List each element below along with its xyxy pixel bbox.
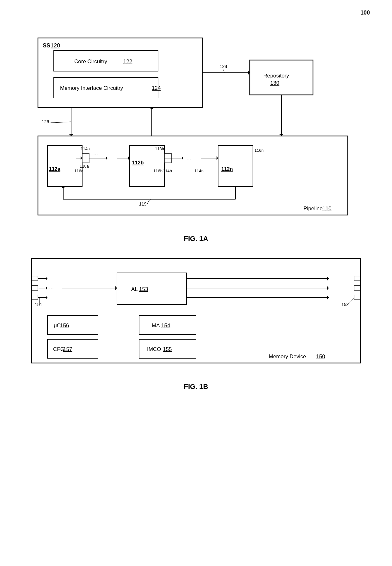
device-num: 150 bbox=[316, 354, 325, 360]
fig1b-label: FIG. 1B bbox=[19, 383, 373, 391]
al-label: AL bbox=[131, 286, 138, 292]
svg-marker-51 bbox=[327, 277, 329, 280]
svg-marker-52 bbox=[327, 286, 329, 290]
core-num: 122 bbox=[123, 58, 132, 65]
ref-114b: 114b bbox=[163, 169, 172, 173]
svg-rect-27 bbox=[218, 145, 253, 187]
ma-num: 154 bbox=[161, 323, 170, 329]
svg-marker-24 bbox=[182, 156, 183, 160]
svg-rect-17 bbox=[130, 145, 164, 187]
dots-left: ··· bbox=[49, 285, 54, 291]
svg-marker-37 bbox=[46, 277, 47, 280]
svg-rect-44 bbox=[117, 273, 187, 305]
svg-rect-47 bbox=[354, 295, 360, 300]
ref-112n: 112n bbox=[221, 166, 233, 172]
fig1b-container: Memory Device 150 ··· 151 AL 153 bbox=[19, 255, 373, 391]
dots2: ··· bbox=[187, 156, 191, 162]
svg-rect-34 bbox=[32, 286, 38, 290]
svg-rect-45 bbox=[354, 276, 360, 281]
ref-116a: 116a bbox=[74, 169, 84, 173]
ref-114a: 114a bbox=[81, 146, 90, 151]
ref-126: 126 bbox=[42, 119, 49, 124]
imco-num: 155 bbox=[163, 346, 172, 352]
svg-marker-41 bbox=[46, 296, 47, 299]
svg-rect-13 bbox=[47, 145, 82, 187]
repo-num: 130 bbox=[270, 80, 279, 86]
cfg-num: 157 bbox=[63, 346, 72, 352]
ref-152: 152 bbox=[341, 302, 349, 307]
svg-rect-46 bbox=[354, 286, 360, 290]
repo-label: Repository bbox=[263, 73, 289, 79]
uc-label: μC bbox=[54, 323, 61, 329]
fig1a-container: SS 120 Core Circuitry 122 Memory Interfa… bbox=[19, 32, 373, 243]
mic-label: Memory Interface Circuitry bbox=[60, 85, 123, 91]
ref-118b: 118b bbox=[155, 146, 164, 151]
ref-112b: 112b bbox=[132, 160, 144, 165]
fig1b-diagram: Memory Device 150 ··· 151 AL 153 bbox=[19, 255, 373, 376]
device-label: Memory Device bbox=[269, 354, 306, 360]
ref-112a: 112a bbox=[49, 166, 60, 172]
mic-num: 124 bbox=[152, 85, 161, 91]
patent-number: 100 bbox=[360, 9, 370, 16]
al-num: 153 bbox=[139, 286, 148, 292]
ss-num: 120 bbox=[51, 42, 60, 49]
ref-114n: 114n bbox=[194, 169, 204, 173]
ss-label: SS bbox=[43, 42, 50, 49]
uc-num: 156 bbox=[60, 323, 69, 329]
ref-128: 128 bbox=[220, 64, 227, 69]
ref-118a: 118a bbox=[80, 164, 89, 169]
ref-151: 151 bbox=[35, 302, 42, 307]
cfg-label: CFG bbox=[53, 346, 64, 352]
dots1: ··· bbox=[93, 151, 98, 158]
svg-rect-0 bbox=[38, 38, 202, 108]
svg-marker-53 bbox=[327, 296, 329, 299]
imco-label: IMCO bbox=[147, 346, 161, 352]
svg-rect-35 bbox=[32, 295, 38, 300]
fig1a-diagram: SS 120 Core Circuitry 122 Memory Interfa… bbox=[19, 32, 373, 228]
ref-119: 119 bbox=[139, 201, 147, 206]
svg-rect-14 bbox=[82, 153, 89, 163]
svg-marker-20 bbox=[106, 156, 107, 160]
svg-marker-39 bbox=[46, 286, 47, 290]
ref-116n: 116n bbox=[254, 148, 264, 153]
svg-rect-33 bbox=[32, 276, 38, 281]
core-label: Core Circuitry bbox=[74, 58, 107, 65]
ref-116b: 116b bbox=[153, 169, 162, 173]
ma-label: MA bbox=[152, 323, 160, 329]
pipeline-num: 110 bbox=[322, 206, 331, 212]
pipeline-label: Pipeline bbox=[303, 206, 323, 212]
fig1a-label: FIG. 1A bbox=[19, 235, 373, 243]
